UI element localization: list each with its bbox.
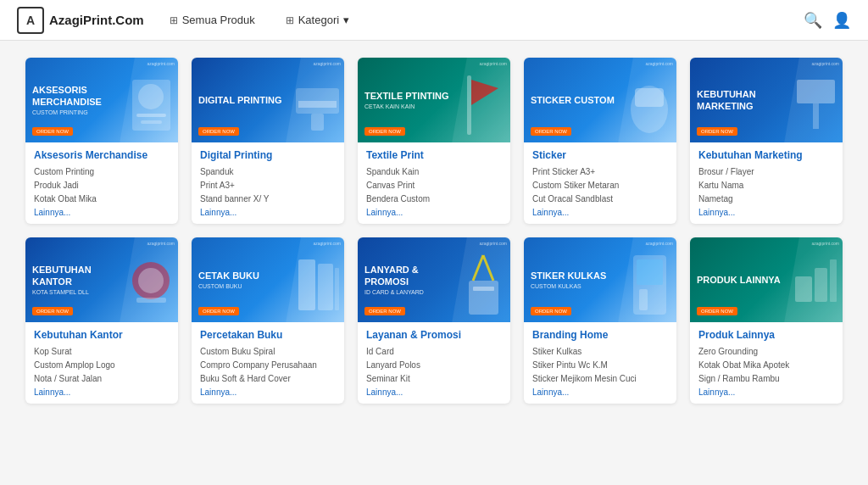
product-more-link[interactable]: Lainnya...: [200, 387, 336, 397]
product-item: Zero Grounding: [698, 345, 834, 359]
product-info: Layanan & Promosi Id CardLanyard PolosSe…: [358, 322, 510, 404]
product-image-sub-title: CUSTOM PRINTING: [32, 109, 123, 116]
product-image-main-title: AKSESORIS MERCHANDISE: [32, 84, 123, 109]
product-order-button[interactable]: ORDER NOW: [697, 127, 737, 136]
product-more-link[interactable]: Lainnya...: [698, 387, 834, 397]
product-items: Custom Buku SpiralCompro Company Perusah…: [200, 345, 336, 386]
product-order-button[interactable]: ORDER NOW: [364, 307, 405, 315]
product-order-button[interactable]: ORDER NOW: [32, 127, 73, 136]
product-more-link[interactable]: Lainnya...: [366, 387, 502, 397]
product-card[interactable]: AKSESORIS MERCHANDISE CUSTOM PRINTING OR…: [25, 58, 178, 224]
product-card[interactable]: KEBUTUHAN MARKETING ORDER NOW azagiprint…: [690, 58, 843, 224]
svg-rect-24: [637, 259, 663, 285]
account-button[interactable]: 👤: [832, 11, 851, 30]
product-item: Kotak Obat Mika: [34, 192, 170, 206]
product-thumbnail: [294, 251, 341, 319]
product-image-main-title: CETAK BUKU: [198, 270, 259, 282]
product-more-link[interactable]: Lainnya...: [698, 208, 834, 217]
product-image-main-title: DIGITAL PRINTING: [198, 94, 282, 106]
product-card[interactable]: TEXTILE PTINTING CETAK KAIN KAIN ORDER N…: [358, 58, 510, 224]
logo-icon: A: [17, 7, 44, 34]
product-item: Nota / Surat Jalan: [34, 372, 170, 386]
product-image-label: KEBUTUHAN KANTOR KOTA STAMPEL DLL: [32, 264, 123, 296]
product-more-link[interactable]: Lainnya...: [34, 387, 170, 397]
logo[interactable]: A AzagiPrint.Com: [17, 7, 144, 34]
product-items: Custom PrintingProduk JadiKotak Obat Mik…: [34, 165, 170, 206]
product-title: Aksesoris Merchandise: [34, 149, 170, 161]
product-info: Digital Printing SpandukPrint A3+Stand b…: [192, 142, 344, 224]
product-item: Cut Oracal Sandblast: [532, 192, 668, 206]
navbar: A AzagiPrint.Com ⊞ Semua Produk ⊞ Katego…: [0, 0, 868, 41]
watermark: azagiprint.com: [811, 61, 839, 66]
product-item: Stand banner X/ Y: [200, 192, 336, 206]
product-item: Sign / Rambu Rambu: [698, 372, 834, 386]
product-item: Bendera Custom: [366, 192, 502, 206]
product-item: Print Sticker A3+: [532, 165, 668, 179]
watermark: azagiprint.com: [147, 241, 175, 246]
product-image-label: AKSESORIS MERCHANDISE CUSTOM PRINTING: [32, 84, 123, 116]
product-item: Custom Buku Spiral: [200, 345, 336, 359]
product-item: Compro Company Perusahaan: [200, 359, 336, 372]
product-items: Zero GroundingKotak Obat Mika ApotekSign…: [698, 345, 834, 386]
product-image-label: LANYARD & PROMOSI ID CARD & LANYARD: [364, 264, 455, 296]
product-order-button[interactable]: ORDER NOW: [198, 307, 239, 315]
svg-rect-6: [311, 114, 324, 131]
product-image: KEBUTUHAN MARKETING ORDER NOW azagiprint…: [690, 58, 843, 142]
product-image-main-title: LANYARD & PROMOSI: [364, 264, 455, 288]
product-card[interactable]: LANYARD & PROMOSI ID CARD & LANYARD ORDE…: [358, 237, 510, 404]
product-image-sub-title: ID CARD & LANYARD: [364, 288, 455, 296]
product-image: CETAK BUKU CUSTOM BUKU ORDER NOW azagipr…: [192, 237, 344, 322]
product-card[interactable]: STICKER CUSTOM ORDER NOW azagiprint.com …: [524, 58, 676, 224]
product-items: Print Sticker A3+Custom Stiker MetaranCu…: [532, 165, 668, 206]
product-items: Brosur / FlayerKartu NamaNametag: [698, 165, 834, 206]
product-order-button[interactable]: ORDER NOW: [32, 307, 73, 315]
product-thumbnail: [128, 71, 175, 139]
watermark: azagiprint.com: [147, 61, 175, 66]
product-image-label: STICKER CUSTOM: [531, 94, 615, 106]
product-image: KEBUTUHAN KANTOR KOTA STAMPEL DLL ORDER …: [25, 237, 178, 322]
product-image-main-title: KEBUTUHAN KANTOR: [32, 264, 123, 288]
svg-rect-7: [467, 75, 471, 135]
product-thumbnail: [460, 251, 507, 319]
product-image: STICKER CUSTOM ORDER NOW azagiprint.com: [524, 58, 676, 142]
product-item: Custom Stiker Metaran: [532, 179, 668, 192]
product-image: DIGITAL PRINTING ORDER NOW azagiprint.co…: [192, 58, 344, 142]
product-order-button[interactable]: ORDER NOW: [531, 127, 571, 136]
product-title: Branding Home: [532, 329, 668, 341]
nav-kategori[interactable]: ⊞ Kategori ▾: [281, 10, 354, 30]
product-card[interactable]: CETAK BUKU CUSTOM BUKU ORDER NOW azagipr…: [192, 237, 344, 404]
product-image: AKSESORIS MERCHANDISE CUSTOM PRINTING OR…: [25, 58, 178, 142]
product-info: Aksesoris Merchandise Custom PrintingPro…: [25, 142, 178, 224]
product-card[interactable]: DIGITAL PRINTING ORDER NOW azagiprint.co…: [192, 58, 344, 224]
products-grid: AKSESORIS MERCHANDISE CUSTOM PRINTING OR…: [25, 58, 843, 404]
product-item: Custom Printing: [34, 165, 170, 179]
product-card[interactable]: KEBUTUHAN KANTOR KOTA STAMPEL DLL ORDER …: [25, 237, 178, 404]
product-image-label: KEBUTUHAN MARKETING: [697, 88, 787, 113]
svg-rect-18: [335, 268, 339, 310]
product-order-button[interactable]: ORDER NOW: [697, 307, 737, 315]
product-thumbnail: [294, 71, 341, 139]
product-more-link[interactable]: Lainnya...: [532, 387, 668, 397]
product-more-link[interactable]: Lainnya...: [532, 208, 668, 217]
product-title: Kebutuhan Kantor: [34, 329, 170, 341]
watermark: azagiprint.com: [479, 61, 507, 66]
product-image: LANYARD & PROMOSI ID CARD & LANYARD ORDE…: [358, 237, 510, 322]
product-image-label: TEXTILE PTINTING CETAK KAIN KAIN: [364, 90, 449, 109]
product-item: Stiker Pintu Wc K.M: [532, 359, 668, 372]
product-item: Canvas Print: [366, 179, 502, 192]
product-image-sub-title: CETAK KAIN KAIN: [364, 103, 449, 110]
product-order-button[interactable]: ORDER NOW: [198, 127, 239, 136]
product-order-button[interactable]: ORDER NOW: [364, 127, 405, 136]
svg-rect-16: [298, 259, 315, 310]
product-title: Layanan & Promosi: [366, 329, 502, 341]
product-more-link[interactable]: Lainnya...: [200, 208, 336, 217]
product-card[interactable]: STIKER KULKAS CUSTOM KULKAS ORDER NOW az…: [524, 237, 676, 404]
search-button[interactable]: 🔍: [804, 11, 822, 30]
product-more-link[interactable]: Lainnya...: [34, 208, 170, 217]
product-item: Spanduk Kain: [366, 165, 502, 179]
nav-all-products[interactable]: ⊞ Semua Produk: [164, 10, 260, 30]
product-image-main-title: KEBUTUHAN MARKETING: [697, 88, 787, 113]
product-more-link[interactable]: Lainnya...: [366, 208, 502, 217]
product-order-button[interactable]: ORDER NOW: [531, 307, 571, 315]
product-card[interactable]: PRODUK LAINNYA ORDER NOW azagiprint.com …: [690, 237, 843, 404]
